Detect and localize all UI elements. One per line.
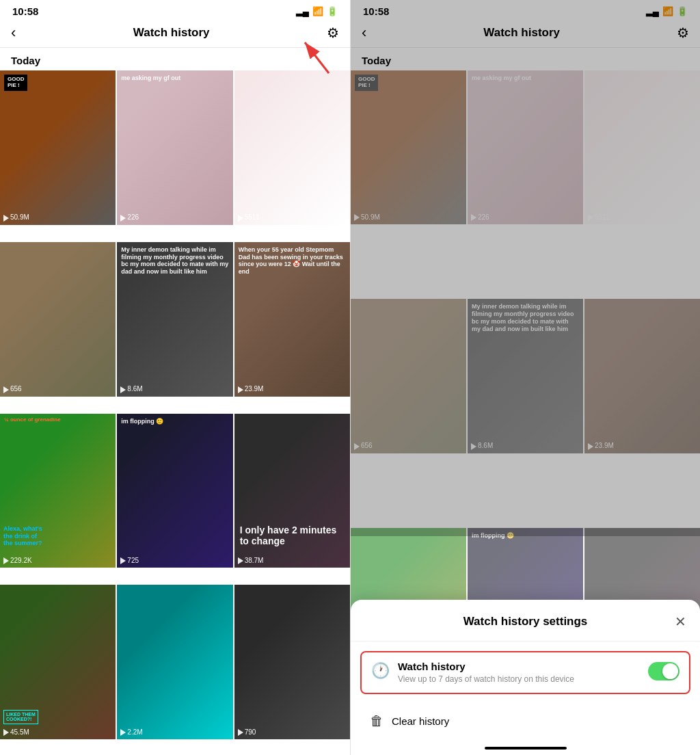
clear-history-label: Clear history [392, 715, 449, 727]
video-cell-5[interactable]: My inner demon talking while im filming … [117, 242, 232, 397]
right-view-count-3: 5511 [588, 213, 610, 221]
right-video-cell-5: My inner demon talking while im filming … [468, 299, 583, 453]
right-video-cell-6: 23.9M [584, 299, 700, 453]
right-overlay-8: im flopping 🙂 [472, 532, 579, 540]
video-cell-11[interactable]: 2.2M [117, 585, 232, 739]
view-count-10: 45.5M [3, 728, 29, 736]
sheet-close-button[interactable]: ✕ [670, 613, 686, 630]
right-video-cell-3: 5511 [584, 70, 700, 224]
home-indicator [485, 747, 567, 750]
wifi-icon: 📶 [312, 6, 323, 16]
view-count-1: 50.9M [3, 213, 29, 221]
view-count-8: 725 [120, 557, 139, 564]
red-arrow-annotation [298, 36, 339, 79]
video-cell-3[interactable]: 5511 [234, 70, 350, 225]
watch-history-settings-sheet: Watch history settings ✕ 🕐 Watch history… [351, 600, 700, 755]
view-count-6: 23.9M [238, 385, 264, 393]
left-nav-title: Watch history [133, 26, 210, 40]
right-good-pie-badge: GOODPIE ! [355, 75, 378, 91]
view-count-9: 38.7M [238, 557, 264, 564]
right-view-count-5: 8.6M [471, 442, 493, 449]
right-video-cell-2: me asking my gf out 226 [468, 70, 583, 224]
watch-history-row: 🕐 Watch history View up to 7 days of wat… [360, 651, 690, 694]
overlay-6: When your 55 year old Stepmom Dad has be… [239, 246, 346, 276]
right-view-count-1: 50.9M [354, 213, 380, 221]
right-overlay-2: me asking my gf out [472, 75, 579, 82]
good-pie-badge: GOODPIE ! [4, 75, 27, 91]
right-back-button[interactable]: ‹ [362, 24, 366, 42]
right-status-icons: ▂▄ 📶 🔋 [646, 6, 688, 16]
right-section-today: Today [351, 48, 700, 70]
right-signal-icon: ▂▄ [646, 6, 659, 16]
left-status-time: 10:58 [12, 5, 38, 17]
overlay-2: me asking my gf out [121, 75, 228, 82]
watch-history-toggle[interactable] [648, 662, 679, 680]
battery-icon: 🔋 [327, 6, 338, 16]
right-overlay-5: My inner demon talking while im filming … [472, 303, 579, 332]
right-wifi-icon: 📶 [662, 6, 673, 16]
left-status-bar: 10:58 ▂▄ 📶 🔋 [0, 0, 350, 20]
right-status-time: 10:58 [363, 5, 389, 17]
toggle-knob [662, 663, 678, 679]
sub-overlay-7: Alexa, what'sthe drink ofthe summer? [3, 525, 42, 547]
overlay-8: im flopping 🙂 [121, 418, 228, 425]
view-count-2: 226 [120, 213, 139, 221]
view-count-12: 790 [238, 728, 256, 736]
right-video-cell-1: GOODPIE ! 50.9M [351, 70, 466, 224]
left-video-grid: GOODPIE ! 50.9M me asking my gf out 226 … [0, 70, 350, 755]
svg-line-1 [305, 42, 329, 73]
right-status-bar: 10:58 ▂▄ 📶 🔋 [351, 0, 700, 20]
trash-icon: 🗑 [370, 713, 383, 729]
video-cell-4[interactable]: 656 [0, 242, 116, 397]
view-count-11: 2.2M [120, 728, 142, 736]
video-cell-12[interactable]: 790 [234, 585, 350, 739]
right-video-cell-4: 656 [351, 299, 466, 453]
overlay-9: I only have 2 minutes to change [240, 525, 345, 548]
sheet-header: Watch history settings ✕ [351, 613, 700, 641]
right-gear-button[interactable]: ⚙ [677, 25, 689, 41]
video-cell-2[interactable]: me asking my gf out 226 [117, 70, 232, 225]
right-phone-panel: 10:58 ▂▄ 📶 🔋 ‹ Watch history ⚙ Today GOO… [350, 0, 700, 755]
overlay-7: ¼ ounce of grenadine [4, 416, 111, 423]
right-nav-bar: ‹ Watch history ⚙ [351, 20, 700, 48]
video-cell-9[interactable]: I only have 2 minutes to change 38.7M [234, 414, 350, 568]
view-count-3: 5511 [238, 213, 260, 221]
right-view-count-2: 226 [471, 213, 489, 221]
liked-badge: LIKED THEMCOOKED?! [3, 710, 38, 724]
video-cell-7[interactable]: ¼ ounce of grenadine Alexa, what'sthe dr… [0, 414, 116, 568]
sheet-title: Watch history settings [381, 615, 670, 628]
left-status-icons: ▂▄ 📶 🔋 [296, 6, 338, 16]
left-phone-panel: 10:58 ▂▄ 📶 🔋 ‹ Watch history ⚙ Today GOO… [0, 0, 350, 755]
watch-history-icon: 🕐 [371, 662, 390, 680]
video-cell-8[interactable]: im flopping 🙂 725 [117, 414, 232, 568]
right-battery-icon: 🔋 [677, 6, 688, 16]
video-cell-10[interactable]: LIKED THEMCOOKED?! 45.5M [0, 585, 116, 739]
right-view-count-6: 23.9M [588, 442, 614, 449]
watch-history-label: Watch history [398, 661, 640, 672]
watch-history-text: Watch history View up to 7 days of watch… [398, 661, 640, 685]
clear-history-row[interactable]: 🗑 Clear history [351, 704, 700, 739]
view-count-4: 656 [3, 385, 22, 393]
video-cell-1[interactable]: GOODPIE ! 50.9M [0, 70, 116, 225]
view-count-7: 229.2K [3, 557, 32, 564]
left-back-button[interactable]: ‹ [11, 24, 16, 42]
signal-icon: ▂▄ [296, 6, 309, 16]
view-count-5: 8.6M [120, 385, 142, 393]
right-view-count-4: 656 [354, 442, 373, 449]
watch-history-desc: View up to 7 days of watch history on th… [398, 674, 574, 684]
overlay-5: My inner demon talking while im filming … [121, 246, 228, 276]
video-cell-6[interactable]: When your 55 year old Stepmom Dad has be… [234, 242, 350, 397]
right-nav-title: Watch history [483, 26, 560, 40]
